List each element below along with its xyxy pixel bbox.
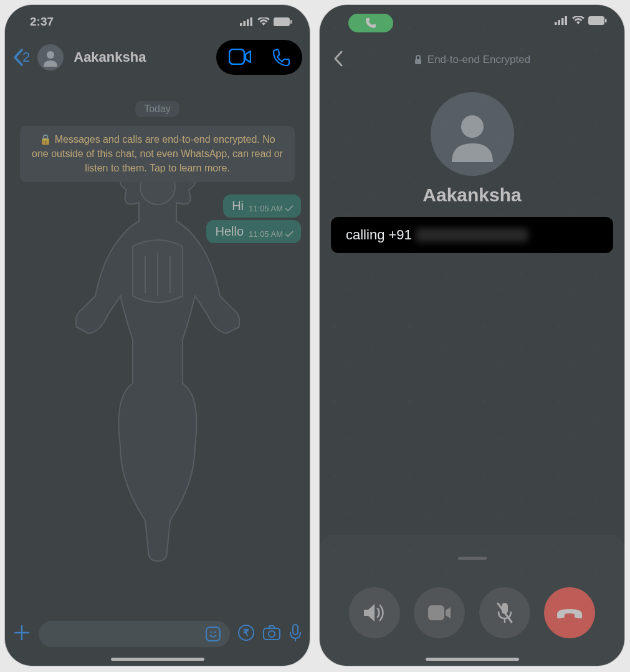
mute-button[interactable]: [479, 587, 530, 638]
rupee-icon: ₹: [237, 624, 255, 641]
active-call-pill[interactable]: [348, 14, 393, 32]
message-time: 11:05 AM: [249, 229, 283, 239]
svg-rect-19: [293, 625, 298, 635]
battery-icon: [274, 17, 292, 26]
lock-icon: [414, 55, 422, 65]
mic-button[interactable]: [289, 623, 302, 645]
speaker-icon: [363, 602, 386, 623]
wifi-icon: [257, 17, 270, 26]
video-call-button[interactable]: [229, 49, 251, 66]
status-icons: [240, 17, 292, 26]
svg-rect-26: [415, 59, 421, 64]
chevron-left-icon: [333, 50, 343, 67]
date-separator: Today: [135, 101, 179, 117]
mic-icon: [289, 623, 302, 642]
video-icon: [427, 604, 452, 622]
svg-rect-5: [290, 20, 292, 24]
camera-button[interactable]: [262, 625, 281, 643]
cellular-icon: [555, 16, 568, 25]
call-controls: [320, 587, 624, 638]
message-text: Hi: [232, 199, 244, 213]
home-indicator[interactable]: [426, 658, 519, 661]
svg-point-13: [211, 631, 212, 633]
svg-point-18: [269, 631, 275, 637]
sticker-icon: [205, 626, 221, 642]
phone-down-icon: [556, 607, 583, 619]
message-bubble: Hello 11:05 AM: [206, 220, 301, 243]
svg-point-14: [214, 631, 216, 633]
encryption-notice[interactable]: 🔒 Messages and calls are end-to-end encr…: [20, 126, 295, 182]
status-icons: [555, 16, 607, 25]
call-screen: End-to-end Encrypted Aakanksha calling +…: [320, 5, 624, 666]
svg-rect-22: [561, 18, 564, 25]
minimize-call-button[interactable]: [333, 50, 343, 70]
payment-button[interactable]: ₹: [237, 624, 255, 644]
svg-rect-21: [558, 20, 561, 25]
check-icon: [285, 231, 295, 238]
svg-rect-28: [428, 605, 444, 620]
svg-rect-0: [240, 23, 242, 26]
cellular-icon: [240, 17, 254, 26]
contact-name[interactable]: Aakanksha: [74, 49, 212, 65]
svg-text:₹: ₹: [243, 627, 249, 638]
status-time: 2:37: [30, 15, 54, 29]
battery-icon: [588, 16, 607, 25]
svg-rect-2: [247, 19, 249, 26]
end-call-button[interactable]: [544, 587, 595, 638]
back-count: 2: [22, 49, 30, 65]
svg-rect-23: [565, 16, 568, 25]
svg-rect-17: [264, 628, 280, 640]
phone-icon: [272, 49, 290, 66]
status-bar: 2:37: [5, 5, 310, 39]
svg-rect-4: [274, 17, 290, 26]
message-row[interactable]: Hello 11:05 AM: [14, 220, 301, 243]
chat-area[interactable]: Today 🔒 Messages and calls are end-to-en…: [5, 76, 310, 616]
calling-text: calling +91: [346, 227, 412, 243]
back-button[interactable]: 2: [12, 49, 30, 66]
message-input[interactable]: [39, 621, 230, 647]
voice-call-button[interactable]: [272, 49, 290, 66]
home-indicator[interactable]: [111, 658, 204, 661]
chat-screen: 2:37 2 Aakanksha: [5, 5, 310, 666]
svg-rect-12: [206, 627, 220, 641]
call-buttons-highlight: [216, 40, 302, 75]
phone-icon: [365, 17, 376, 29]
svg-rect-24: [588, 16, 604, 25]
message-time: 11:05 AM: [249, 204, 283, 213]
call-header: End-to-end Encrypted: [320, 54, 624, 66]
svg-rect-25: [605, 19, 607, 22]
plus-icon: [12, 623, 31, 642]
camera-icon: [262, 625, 281, 641]
message-text: Hello: [215, 224, 244, 239]
video-toggle-button[interactable]: [414, 587, 465, 638]
person-icon: [41, 48, 60, 67]
svg-rect-20: [555, 22, 557, 25]
contact-avatar[interactable]: [37, 44, 64, 70]
svg-rect-7: [229, 49, 244, 64]
video-icon: [229, 49, 251, 65]
message-bubble: Hi 11:05 AM: [223, 194, 301, 218]
sheet-handle[interactable]: [458, 557, 487, 560]
check-icon: [285, 205, 295, 212]
speaker-button[interactable]: [349, 587, 400, 638]
attach-button[interactable]: [12, 623, 31, 645]
svg-rect-3: [251, 17, 253, 26]
message-row[interactable]: Hi 11:05 AM: [14, 194, 301, 218]
svg-rect-1: [244, 21, 246, 26]
encryption-label: End-to-end Encrypted: [427, 54, 530, 66]
mic-off-icon: [495, 601, 514, 625]
wifi-icon: [572, 16, 585, 25]
calling-status-highlight: calling +91: [331, 217, 613, 253]
svg-point-6: [47, 51, 54, 59]
nav-bar: 2 Aakanksha: [5, 39, 310, 76]
redacted-number: [416, 228, 528, 242]
composer-bar: ₹: [5, 616, 310, 652]
